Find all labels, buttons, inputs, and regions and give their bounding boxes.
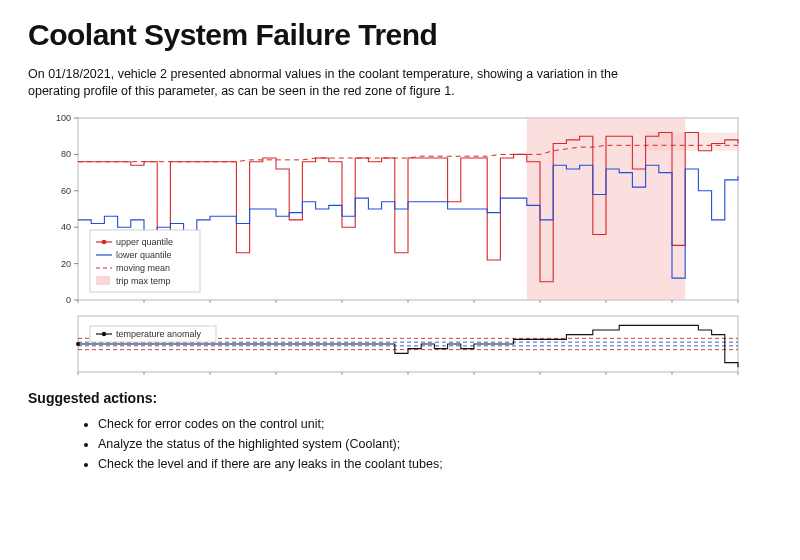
suggested-actions-heading: Suggested actions:: [28, 390, 772, 406]
svg-text:0: 0: [66, 295, 71, 305]
svg-text:80: 80: [61, 149, 71, 159]
svg-text:trip max temp: trip max temp: [116, 276, 171, 286]
suggested-actions-list: Check for error codes on the control uni…: [28, 414, 772, 474]
svg-point-52: [76, 342, 80, 346]
svg-rect-25: [646, 132, 738, 150]
temperature-anomaly-chart: temperature anomaly: [28, 310, 748, 380]
coolant-temperature-chart: 020406080100 upper quantilelower quantil…: [28, 110, 748, 310]
page-title: Coolant System Failure Trend: [28, 18, 772, 52]
svg-point-28: [102, 239, 107, 244]
action-item: Analyze the status of the highlighted sy…: [98, 434, 772, 454]
svg-text:20: 20: [61, 258, 71, 268]
figure-1: 020406080100 upper quantilelower quantil…: [28, 110, 748, 380]
action-item: Check the level and if there are any lea…: [98, 454, 772, 474]
svg-point-55: [102, 332, 106, 336]
svg-text:60: 60: [61, 186, 71, 196]
svg-text:moving mean: moving mean: [116, 263, 170, 273]
svg-text:100: 100: [56, 113, 71, 123]
svg-text:upper quantile: upper quantile: [116, 237, 173, 247]
intro-paragraph: On 01/18/2021, vehicle 2 presented abnor…: [28, 66, 668, 100]
svg-text:40: 40: [61, 222, 71, 232]
action-item: Check for error codes on the control uni…: [98, 414, 772, 434]
svg-rect-34: [96, 276, 110, 285]
svg-text:temperature anomaly: temperature anomaly: [116, 329, 202, 339]
svg-text:lower quantile: lower quantile: [116, 250, 172, 260]
